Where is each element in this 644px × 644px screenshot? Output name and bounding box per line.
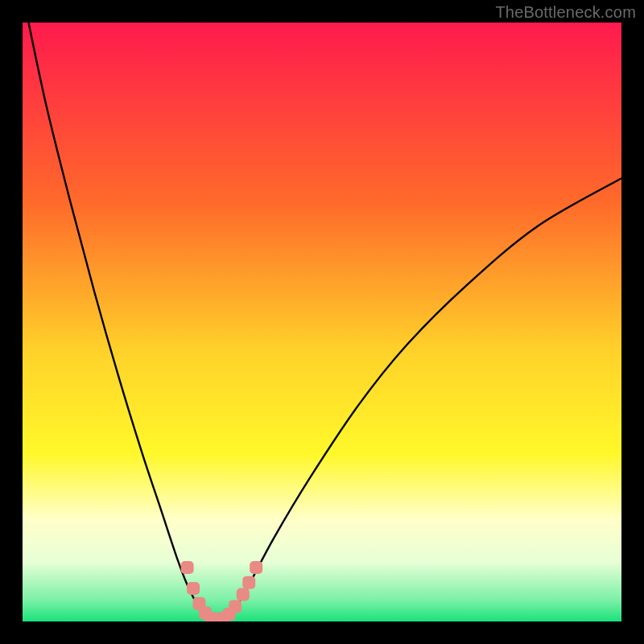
marker-point: [237, 588, 250, 601]
marker-point: [187, 582, 200, 595]
gradient-background: [23, 23, 621, 621]
outer-black-frame: TheBottleneck.com: [0, 0, 644, 644]
marker-point: [242, 576, 255, 589]
attribution-text: TheBottleneck.com: [495, 3, 636, 22]
marker-point: [250, 561, 262, 574]
bottleneck-chart: [23, 23, 621, 621]
marker-point: [229, 600, 242, 613]
marker-point: [181, 561, 194, 574]
plot-area: [23, 23, 621, 621]
